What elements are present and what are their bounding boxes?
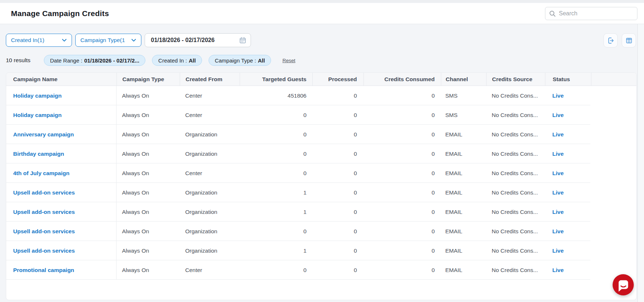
created-in-filter-dropdown[interactable]: Created In(1) [6, 34, 72, 47]
cell-credits-consumed: 0 [363, 260, 441, 280]
export-button[interactable] [603, 33, 618, 48]
cell-filler [591, 241, 636, 260]
cell-channel: EMAIL [441, 183, 486, 202]
chat-support-button[interactable] [613, 274, 634, 295]
top-edge [0, 0, 644, 3]
status-live-link[interactable]: Live [552, 93, 564, 99]
status-live-link[interactable]: Live [552, 151, 564, 157]
cell-processed: 0 [312, 202, 363, 222]
status-live-link[interactable]: Live [552, 209, 564, 215]
cell-created-from: Center [180, 105, 240, 125]
header-filler [591, 73, 636, 86]
table-header-row: Campaign Name Campaign Type Created From… [6, 73, 636, 86]
cell-campaign-name: Upsell add-on services [6, 202, 117, 222]
top-header-bar: Manage Campaign Credits [0, 3, 644, 24]
cell-credits-source: No Credits Cons... [486, 125, 545, 144]
cell-status: Live [545, 222, 591, 241]
cell-created-from: Organization [180, 241, 240, 260]
search-input[interactable] [559, 10, 635, 17]
cell-created-from: Organization [180, 125, 240, 144]
cell-status: Live [545, 260, 591, 280]
cell-filler [591, 183, 636, 202]
cell-filler [591, 202, 636, 222]
header-created-from: Created From [180, 73, 240, 86]
status-live-link[interactable]: Live [552, 248, 564, 254]
cell-credits-source: No Credits Cons... [486, 241, 545, 260]
cell-credits-consumed: 0 [363, 86, 441, 105]
cell-credits-consumed: 0 [363, 222, 441, 241]
table-row: Upsell add-on services Always On Organiz… [6, 222, 636, 241]
results-count: 10 results [6, 55, 30, 66]
cell-targeted-guests: 0 [240, 144, 312, 163]
cell-credits-source: No Credits Cons... [486, 86, 545, 105]
campaign-type-filter-label: Campaign Type(1 [80, 37, 125, 44]
table-row: Anniversary campaign Always On Organizat… [6, 125, 636, 144]
cell-credits-source: No Credits Cons... [486, 222, 545, 241]
table-row: Holiday campaign Always On Center 0 0 0 … [6, 105, 636, 125]
cell-campaign-type: Always On [117, 260, 180, 280]
cell-campaign-name: Upsell add-on services [6, 241, 117, 260]
calendar-icon[interactable] [239, 37, 246, 44]
cell-status: Live [545, 183, 591, 202]
status-live-link[interactable]: Live [552, 112, 564, 118]
table-columns-icon [625, 37, 633, 45]
cell-filler [591, 105, 636, 125]
cell-created-from: Organization [180, 202, 240, 222]
header-targeted-guests: Targeted Guests [240, 73, 312, 86]
campaign-type-filter-dropdown[interactable]: Campaign Type(1 [75, 34, 141, 47]
cell-status: Live [545, 202, 591, 222]
cell-campaign-name: Upsell add-on services [6, 222, 117, 241]
cell-campaign-type: Always On [117, 105, 180, 125]
cell-filler [591, 163, 636, 183]
chip-label: Date Range : [50, 57, 82, 64]
cell-credits-source: No Credits Cons... [486, 202, 545, 222]
campaign-name-link[interactable]: Upsell add-on services [13, 228, 75, 234]
campaign-name-link[interactable]: Holiday campaign [13, 93, 62, 99]
cell-created-from: Center [180, 163, 240, 183]
campaign-name-link[interactable]: Holiday campaign [13, 112, 62, 118]
cell-credits-source: No Credits Cons... [486, 144, 545, 163]
cell-processed: 0 [312, 86, 363, 105]
cell-status: Live [545, 105, 591, 125]
columns-settings-button[interactable] [622, 33, 636, 48]
campaign-name-link[interactable]: Upsell add-on services [13, 189, 75, 196]
status-live-link[interactable]: Live [552, 189, 564, 196]
cell-campaign-name: Holiday campaign [6, 105, 117, 125]
status-live-link[interactable]: Live [552, 228, 564, 234]
cell-campaign-type: Always On [117, 183, 180, 202]
date-range-input[interactable]: 01/18/2026 - 02/17/2026 [145, 33, 251, 47]
cell-processed: 0 [312, 183, 363, 202]
campaign-name-link[interactable]: Upsell add-on services [13, 248, 75, 254]
campaign-name-link[interactable]: Upsell add-on services [13, 209, 75, 215]
campaign-name-link[interactable]: Promotional campaign [13, 267, 74, 273]
cell-status: Live [545, 125, 591, 144]
header-status: Status [545, 73, 591, 86]
cell-processed: 0 [312, 260, 363, 280]
table-row: Upsell add-on services Always On Organiz… [6, 183, 636, 202]
created-in-filter-label: Created In(1) [11, 37, 44, 44]
cell-targeted-guests: 0 [240, 222, 312, 241]
reset-filters-link[interactable]: Reset [282, 58, 295, 63]
campaign-credits-table: Campaign Name Campaign Type Created From… [6, 72, 637, 300]
status-live-link[interactable]: Live [552, 170, 564, 176]
cell-credits-source: No Credits Cons... [486, 260, 545, 280]
cell-campaign-name: Anniversary campaign [6, 125, 117, 144]
table-body: Holiday campaign Always On Center 451806… [6, 86, 636, 280]
cell-campaign-type: Always On [117, 144, 180, 163]
status-live-link[interactable]: Live [552, 131, 564, 137]
cell-processed: 0 [312, 241, 363, 260]
cell-processed: 0 [312, 105, 363, 125]
export-icon [607, 37, 615, 45]
campaign-name-link[interactable]: Anniversary campaign [13, 131, 74, 137]
cell-created-from: Organization [180, 144, 240, 163]
results-row: 10 results Date Range : 01/18/2026 - 02/… [0, 55, 644, 66]
search-box[interactable] [545, 7, 637, 20]
applied-filter-chips: Date Range : 01/18/2026 - 02/17/2... Cre… [44, 55, 295, 66]
cell-credits-consumed: 0 [363, 125, 441, 144]
status-live-link[interactable]: Live [552, 267, 564, 273]
cell-targeted-guests: 0 [240, 105, 312, 125]
cell-targeted-guests: 1 [240, 241, 312, 260]
cell-processed: 0 [312, 144, 363, 163]
campaign-name-link[interactable]: 4th of July campaign [13, 170, 69, 176]
campaign-name-link[interactable]: Birthday campaign [13, 151, 64, 157]
